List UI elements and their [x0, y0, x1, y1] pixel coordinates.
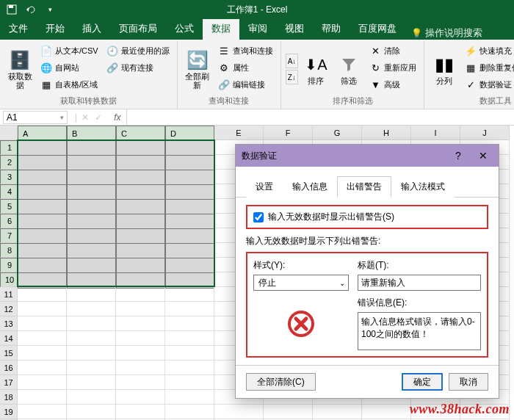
row-header-19[interactable]: 19: [0, 405, 18, 419]
cell[interactable]: [116, 316, 165, 331]
clear-filter-button[interactable]: ✕清除: [366, 43, 419, 59]
cell[interactable]: [165, 302, 214, 316]
cell[interactable]: [67, 243, 116, 259]
col-header-I[interactable]: I: [411, 126, 460, 140]
sort-button[interactable]: ⬇A 排序: [300, 43, 331, 95]
close-icon[interactable]: ✕: [474, 150, 493, 162]
cell[interactable]: [362, 405, 411, 419]
cell[interactable]: [116, 199, 165, 215]
row-header-10[interactable]: 10: [0, 272, 18, 287]
cell[interactable]: [67, 331, 116, 346]
cell[interactable]: [67, 199, 116, 215]
tab-help[interactable]: 帮助: [313, 18, 350, 40]
qat-dropdown-icon[interactable]: ▾: [43, 2, 57, 17]
name-box[interactable]: A1 ▾: [3, 111, 68, 124]
cell[interactable]: [67, 228, 116, 245]
cell[interactable]: [67, 302, 116, 316]
cell[interactable]: [165, 331, 214, 346]
row-header-14[interactable]: 14: [0, 331, 18, 346]
cell[interactable]: [67, 316, 116, 331]
cell[interactable]: [116, 214, 165, 230]
col-header-E[interactable]: E: [214, 126, 264, 140]
dlg-tab-settings[interactable]: 设置: [246, 176, 283, 198]
from-csv-button[interactable]: 📄从文本/CSV: [37, 43, 101, 59]
undo-icon[interactable]: [23, 2, 38, 17]
cell[interactable]: [18, 258, 67, 274]
row-header-1[interactable]: 1: [0, 140, 18, 155]
col-header-B[interactable]: B: [67, 126, 116, 142]
dialog-titlebar[interactable]: 数据验证 ? ✕: [236, 145, 499, 167]
cell[interactable]: [116, 375, 165, 390]
cell[interactable]: [116, 287, 165, 302]
tab-data[interactable]: 数据: [203, 18, 239, 40]
row-header-2[interactable]: 2: [0, 155, 18, 170]
cell[interactable]: [67, 140, 116, 156]
tab-layout[interactable]: 页面布局: [110, 18, 166, 40]
cell[interactable]: [18, 287, 67, 302]
text-to-columns-button[interactable]: ▮▮ 分列: [429, 43, 460, 95]
row-header-6[interactable]: 6: [0, 214, 18, 228]
cell[interactable]: [165, 214, 214, 230]
show-error-checkbox[interactable]: 输入无效数据时显示出错警告(S): [253, 211, 481, 223]
tab-formulas[interactable]: 公式: [166, 18, 203, 40]
cell[interactable]: [18, 243, 67, 259]
cell[interactable]: [214, 405, 264, 419]
cell[interactable]: [116, 155, 165, 171]
cell[interactable]: [165, 184, 214, 200]
cell[interactable]: [165, 287, 214, 302]
cell[interactable]: [411, 405, 460, 419]
data-validation-button[interactable]: ✓数据验证: [462, 76, 514, 93]
col-header-H[interactable]: H: [362, 126, 411, 140]
cell[interactable]: [67, 361, 116, 375]
cell[interactable]: [18, 405, 67, 419]
col-header-D[interactable]: D: [165, 126, 214, 142]
cell[interactable]: [313, 405, 362, 419]
filter-button[interactable]: 筛选: [333, 43, 364, 95]
cell[interactable]: [18, 272, 67, 289]
row-header-15[interactable]: 15: [0, 346, 18, 361]
tab-baidu[interactable]: 百度网盘: [350, 18, 405, 40]
existing-conn-button[interactable]: 🔗现有连接: [104, 59, 173, 76]
cell[interactable]: [67, 272, 116, 289]
cell[interactable]: [18, 214, 67, 230]
cell[interactable]: [165, 243, 214, 259]
cell[interactable]: [18, 390, 67, 405]
col-header-F[interactable]: F: [264, 126, 313, 140]
sort-desc-button[interactable]: Z↓: [286, 70, 299, 84]
row-header-12[interactable]: 12: [0, 302, 18, 316]
cell[interactable]: [116, 140, 165, 156]
tab-home[interactable]: 开始: [37, 18, 73, 40]
queries-button[interactable]: ☰查询和连接: [215, 43, 276, 59]
cancel-button[interactable]: 取消: [449, 373, 488, 391]
col-header-G[interactable]: G: [313, 126, 362, 140]
cell[interactable]: [165, 140, 214, 156]
cell[interactable]: [18, 302, 67, 316]
cell[interactable]: [165, 375, 214, 390]
cell[interactable]: [165, 170, 214, 186]
cell[interactable]: [67, 375, 116, 390]
cell[interactable]: [67, 346, 116, 361]
cell[interactable]: [116, 361, 165, 375]
tab-insert[interactable]: 插入: [73, 18, 110, 40]
cell[interactable]: [165, 405, 214, 419]
style-select[interactable]: 停止 ⌄: [253, 275, 349, 291]
col-header-J[interactable]: J: [460, 126, 510, 140]
ok-button[interactable]: 确定: [402, 373, 443, 391]
cell[interactable]: [116, 228, 165, 245]
sort-asc-button[interactable]: A↓: [286, 54, 299, 68]
flash-fill-button[interactable]: ⚡快速填充: [462, 43, 514, 59]
cell[interactable]: [116, 170, 165, 186]
cell[interactable]: [18, 228, 67, 245]
cell[interactable]: [116, 405, 165, 419]
show-error-checkbox-input[interactable]: [253, 212, 264, 222]
remove-dup-button[interactable]: ▦删除重复值: [462, 59, 514, 76]
row-header-17[interactable]: 17: [0, 375, 18, 390]
row-header-4[interactable]: 4: [0, 184, 18, 199]
row-header-7[interactable]: 7: [0, 228, 18, 243]
formula-input[interactable]: [126, 109, 514, 125]
cell[interactable]: [67, 405, 116, 419]
row-header-13[interactable]: 13: [0, 316, 18, 331]
cell[interactable]: [67, 287, 116, 302]
advanced-filter-button[interactable]: ▼高级: [366, 76, 419, 93]
error-message-textarea[interactable]: 输入信息格式错误，请输入0-100之间的数值！: [358, 312, 481, 350]
